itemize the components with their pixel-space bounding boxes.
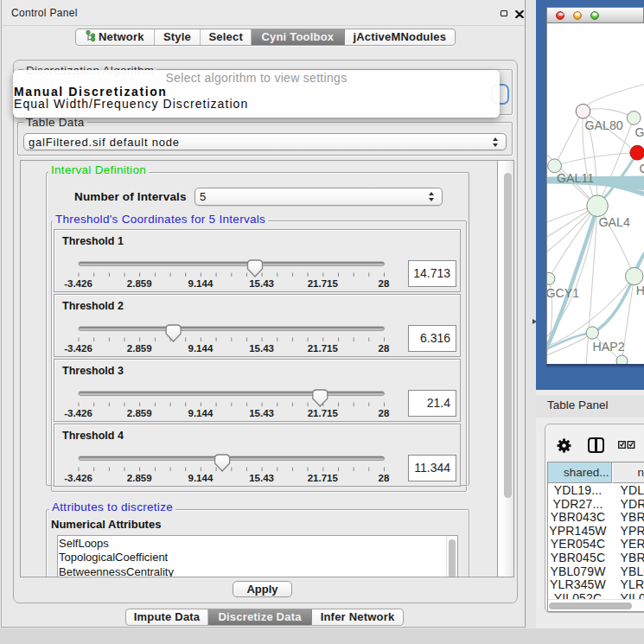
svg-text:GAL11: GAL11	[557, 170, 594, 184]
svg-text:HAP2: HAP2	[592, 340, 624, 354]
svg-text:GAL4: GAL4	[598, 215, 629, 229]
svg-text:GA: GA	[634, 124, 644, 138]
svg-text:C: C	[639, 161, 644, 175]
svg-text:GAL80: GAL80	[584, 118, 622, 132]
svg-text:H: H	[635, 284, 644, 297]
svg-text:GCY1: GCY1	[547, 285, 579, 299]
